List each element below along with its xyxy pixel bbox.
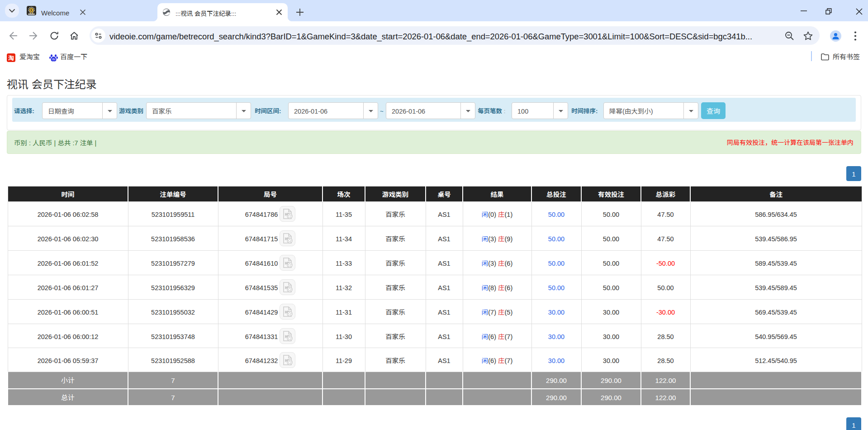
svg-text:du: du: [52, 57, 56, 61]
